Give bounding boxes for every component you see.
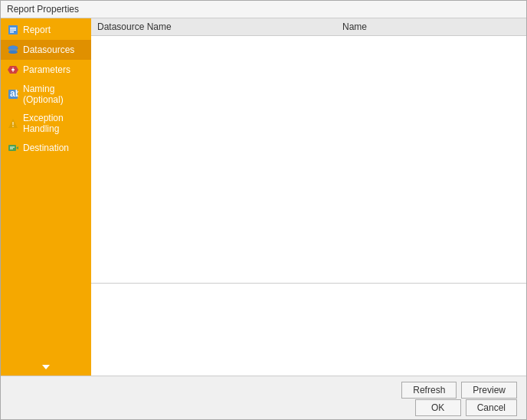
svg-rect-8 xyxy=(13,67,14,72)
svg-rect-2 xyxy=(10,30,16,31)
refresh-button[interactable]: Refresh xyxy=(401,382,457,399)
svg-text:ab: ab xyxy=(10,89,18,99)
sidebar-item-exception[interactable]: Exception Handling xyxy=(1,109,91,138)
title-text: Report Properties xyxy=(7,4,79,15)
svg-rect-13 xyxy=(13,126,14,127)
col-datasource-name: Datasource Name xyxy=(97,21,250,32)
datasource-icon xyxy=(7,44,19,56)
cancel-button[interactable]: Cancel xyxy=(466,399,517,416)
content-area: Datasource Name Name xyxy=(91,18,526,376)
svg-marker-15 xyxy=(16,146,18,149)
bottom-buttons-container: Refresh Preview OK Cancel xyxy=(1,376,526,420)
sidebar-item-destination[interactable]: Destination xyxy=(1,138,91,158)
sidebar-item-report[interactable]: Report xyxy=(1,20,91,40)
svg-point-6 xyxy=(8,51,18,54)
sidebar-item-naming[interactable]: ab Naming (Optional) xyxy=(1,80,91,109)
sidebar-item-destination-label: Destination xyxy=(23,143,69,153)
preview-button[interactable]: Preview xyxy=(461,382,517,399)
svg-rect-12 xyxy=(13,122,14,125)
title-bar: Report Properties xyxy=(1,1,526,18)
sidebar: Report Datasources xyxy=(1,18,91,376)
ok-button[interactable]: OK xyxy=(415,399,461,416)
naming-icon: ab xyxy=(7,88,19,100)
sidebar-item-naming-label: Naming (Optional) xyxy=(23,84,85,105)
svg-point-5 xyxy=(8,46,18,50)
sidebar-item-exception-label: Exception Handling xyxy=(23,113,85,134)
svg-rect-3 xyxy=(10,31,14,33)
svg-rect-1 xyxy=(10,28,16,29)
btn-row-2: OK Cancel xyxy=(415,399,517,416)
sidebar-item-datasources-label: Datasources xyxy=(23,44,74,55)
sidebar-item-parameters[interactable]: Parameters xyxy=(1,60,91,80)
table-body xyxy=(91,36,526,284)
chevron-down-icon xyxy=(42,365,50,369)
exception-icon xyxy=(7,117,19,130)
report-icon xyxy=(7,24,19,36)
sidebar-item-report-label: Report xyxy=(23,25,51,35)
sidebar-item-parameters-label: Parameters xyxy=(23,64,70,75)
main-container: Report Datasources xyxy=(1,18,526,376)
sidebar-bottom xyxy=(1,359,91,376)
destination-icon xyxy=(7,142,19,154)
btn-row-1: Refresh Preview xyxy=(401,382,517,399)
col-name: Name xyxy=(342,21,367,32)
table-footer-area xyxy=(91,284,526,376)
sidebar-item-datasources[interactable]: Datasources xyxy=(1,40,91,60)
table-header: Datasource Name Name xyxy=(91,18,526,36)
parameters-icon xyxy=(7,64,19,76)
svg-rect-14 xyxy=(8,145,16,151)
